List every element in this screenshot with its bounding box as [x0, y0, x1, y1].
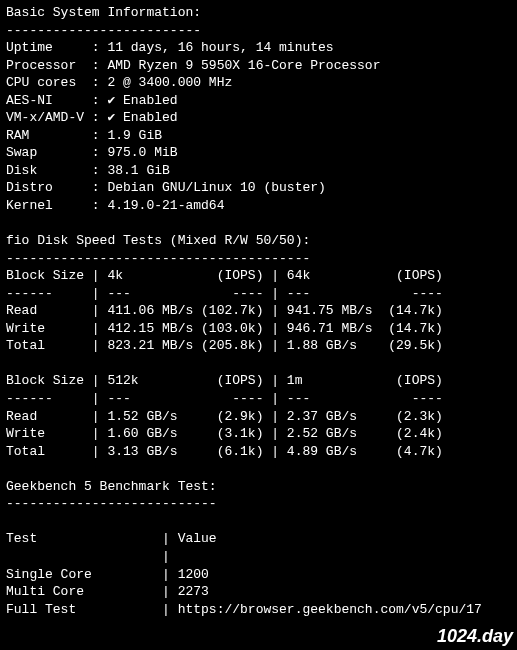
watermark: 1024.day [437, 624, 513, 648]
terminal-output: Basic System Information: --------------… [0, 0, 517, 622]
